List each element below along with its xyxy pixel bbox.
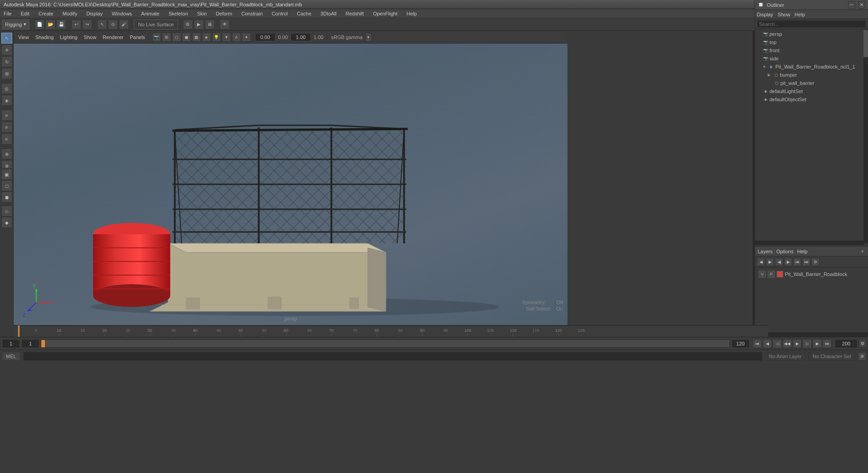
- scale-tool-btn[interactable]: ⊞: [1, 68, 12, 79]
- viewport-menu-renderer[interactable]: Renderer: [100, 34, 126, 41]
- mode-dropdown[interactable]: Rigging ▾: [2, 20, 30, 30]
- layers-back-btn[interactable]: ◀: [757, 258, 765, 266]
- end-frame-field[interactable]: [731, 339, 750, 348]
- redo-button[interactable]: ↪: [82, 20, 92, 30]
- outliner-item-front[interactable]: 📷 front: [755, 46, 868, 54]
- custom-tool-2[interactable]: ≡: [1, 122, 12, 133]
- main-viewport[interactable]: X Y Z persp Symmetry: Off Soft Select: O…: [14, 44, 567, 325]
- outliner-item-bumper[interactable]: ▶ ◻ bumper: [755, 71, 868, 79]
- render-settings-button[interactable]: ⚙: [183, 20, 193, 30]
- layers-settings-btn[interactable]: ⚙: [811, 258, 819, 266]
- layers-hscroll[interactable]: [755, 332, 868, 337]
- timeline-ruler[interactable]: 1 5 10 15 20 25 30 35 40: [14, 325, 768, 337]
- paint-skin-btn[interactable]: ◼: [1, 192, 12, 202]
- layer-visibility[interactable]: V: [759, 271, 766, 278]
- quad-draw-btn[interactable]: ▣: [1, 169, 12, 180]
- menu-skeleton[interactable]: Skeleton: [167, 10, 190, 17]
- outliner-item-light-set[interactable]: ◈ defaultLightSet: [755, 87, 868, 95]
- scale-value[interactable]: [291, 33, 311, 41]
- play-btn[interactable]: ▶: [793, 339, 802, 348]
- layers-forward-btn[interactable]: ▶: [766, 258, 774, 266]
- layers-next-btn[interactable]: ▶: [784, 258, 792, 266]
- start-frame-field[interactable]: [2, 339, 20, 348]
- wireframe-icon[interactable]: ◻: [172, 33, 181, 42]
- menu-skin[interactable]: Skin: [195, 10, 208, 17]
- move-tool-btn[interactable]: ✛: [1, 44, 12, 55]
- playback-end-field[interactable]: [835, 339, 858, 348]
- options-label[interactable]: Options: [776, 249, 794, 254]
- outliner-menu-show[interactable]: Show: [778, 12, 790, 17]
- menu-cache[interactable]: Cache: [295, 10, 313, 17]
- grid-icon[interactable]: ⊞: [162, 33, 171, 42]
- time-slider[interactable]: [41, 340, 730, 348]
- menu-edit[interactable]: Edit: [19, 10, 31, 17]
- layer-color-swatch[interactable]: [777, 271, 783, 277]
- textured-icon[interactable]: ▦: [192, 33, 201, 42]
- rotate-tool-btn[interactable]: ↻: [1, 56, 12, 67]
- outliner-item-persp[interactable]: 📷 persp: [755, 30, 868, 38]
- menu-windows[interactable]: Windows: [110, 10, 134, 17]
- outliner-item-pit-wall[interactable]: ◻ pit_wall_barrier: [755, 79, 868, 87]
- custom-tool-1[interactable]: ≡: [1, 110, 12, 121]
- go-to-start-btn[interactable]: ⏮: [753, 339, 762, 348]
- outliner-item-root[interactable]: ▼ ◈ Pit_Wall_Barrier_Roadblock_ncl1_1: [755, 63, 868, 71]
- outliner-minimize-btn[interactable]: ─: [848, 1, 855, 9]
- outliner-search-input[interactable]: [757, 20, 866, 28]
- aa-icon[interactable]: A: [232, 33, 241, 42]
- status-icon[interactable]: ⚙: [858, 352, 866, 360]
- script-mode-indicator[interactable]: MEL: [2, 352, 20, 361]
- smooth-shaded-icon[interactable]: ◼: [182, 33, 191, 42]
- next-frame-btn[interactable]: ▶: [813, 339, 822, 348]
- gamma-dropdown[interactable]: ▾: [365, 33, 372, 42]
- menu-3dtoall[interactable]: 3DtoAll: [319, 10, 338, 17]
- paint-tool[interactable]: 🖌: [119, 20, 129, 30]
- outliner-item-object-set[interactable]: ◈ defaultObjectSet: [755, 95, 868, 103]
- play-back-btn[interactable]: ◀◀: [783, 339, 792, 348]
- select-tool[interactable]: ↖: [97, 20, 107, 30]
- anim-prefs-btn[interactable]: ⚙: [859, 340, 866, 347]
- isolation-value[interactable]: [255, 33, 276, 41]
- prev-frame-btn[interactable]: ◀: [763, 339, 772, 348]
- go-to-end-btn[interactable]: ⏭: [823, 339, 832, 348]
- viewport-menu-lighting[interactable]: Lighting: [57, 34, 80, 41]
- current-frame-field[interactable]: [21, 339, 39, 348]
- outliner-menu-help[interactable]: Help: [795, 12, 805, 17]
- viewport-menu-show[interactable]: Show: [81, 34, 99, 41]
- menu-control[interactable]: Control: [270, 10, 290, 17]
- menu-deform[interactable]: Deform: [214, 10, 234, 17]
- menu-modify[interactable]: Modify: [61, 10, 79, 17]
- outliner-item-top[interactable]: 📷 top: [755, 38, 868, 46]
- layers-last-btn[interactable]: ⏭: [802, 258, 810, 266]
- new-scene-button[interactable]: 📄: [35, 20, 44, 30]
- soft-mod-btn[interactable]: ◎: [1, 83, 12, 94]
- shadow-icon[interactable]: ▼: [222, 33, 231, 42]
- rivet-btn[interactable]: ◇: [1, 206, 12, 217]
- outliner-close-btn[interactable]: ✕: [858, 1, 865, 9]
- render-button[interactable]: ▶: [194, 20, 204, 30]
- layers-prev-btn[interactable]: ◀: [775, 258, 783, 266]
- menu-openflight[interactable]: OpenFlight: [371, 10, 399, 17]
- next-keyframe-btn[interactable]: ▷: [803, 339, 812, 348]
- render-view-button[interactable]: 🖥: [205, 20, 215, 30]
- command-line[interactable]: [23, 352, 762, 361]
- layers-first-btn[interactable]: ⏮: [793, 258, 801, 266]
- outliner-vscroll[interactable]: [863, 30, 868, 243]
- menu-help[interactable]: Help: [404, 10, 419, 17]
- show-manipulator-btn[interactable]: ◈: [1, 95, 12, 106]
- menu-display[interactable]: Display: [84, 10, 104, 17]
- select-tool-btn[interactable]: ↖: [1, 33, 12, 44]
- sculpt-btn[interactable]: ◻: [1, 180, 12, 191]
- outliner-hscroll[interactable]: [755, 241, 864, 245]
- menu-animate[interactable]: Animate: [139, 10, 161, 17]
- camera-icon[interactable]: 📷: [152, 33, 161, 42]
- custom-tool-3[interactable]: ≡: [1, 133, 12, 144]
- menu-create[interactable]: Create: [37, 10, 55, 17]
- menu-constrain[interactable]: Constrain: [239, 10, 264, 17]
- open-scene-button[interactable]: 📂: [45, 20, 55, 30]
- undo-button[interactable]: ↩: [71, 20, 81, 30]
- snap-grid-btn[interactable]: ⊕: [1, 148, 12, 159]
- viewport-menu-view[interactable]: View: [15, 34, 32, 41]
- viewport-menu-panels[interactable]: Panels: [127, 34, 148, 41]
- attach-btn[interactable]: ◆: [1, 217, 12, 228]
- viewport-menu-shading[interactable]: Shading: [33, 34, 56, 41]
